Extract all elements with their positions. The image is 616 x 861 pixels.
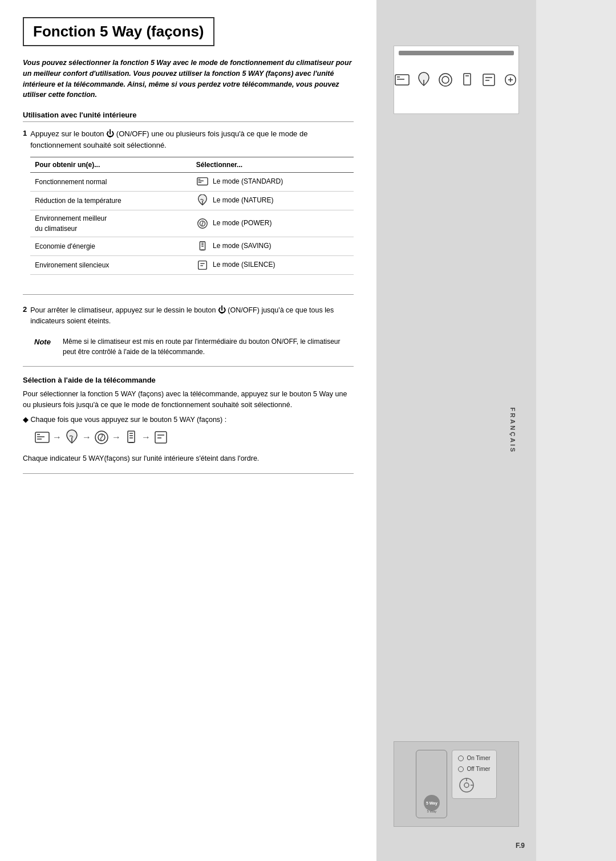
arrow2: → [82, 432, 91, 442]
arrow4: → [141, 432, 151, 442]
mode-action: Environnement meilleurdu climatiseur [30, 210, 191, 237]
on-timer-item: On Timer [458, 755, 490, 761]
sidebar-standard-icon [394, 72, 410, 88]
mode-select: Le mode (NATURE) [192, 191, 354, 210]
divider1 [23, 294, 354, 295]
seq-saving-icon [123, 429, 139, 445]
nature-icon [196, 194, 209, 207]
svg-point-41 [464, 783, 469, 787]
note-text: Même si le climatiseur est mis en route … [63, 336, 354, 357]
step1-row: 1 Appuyez sur le bouton ⏻ (ON/OFF) une o… [23, 128, 354, 285]
sidebar-top-image [394, 46, 519, 114]
on-timer-label: On Timer [467, 755, 490, 761]
sidebar-power-icon [437, 72, 453, 88]
col2-header: Sélectionner... [192, 157, 354, 172]
arrow-text: ◆ Chaque fois que vous appuyez sur le bo… [23, 415, 354, 424]
svg-rect-34 [464, 74, 471, 85]
svg-point-32 [439, 74, 452, 86]
icon-sequence: → → → → [34, 429, 354, 445]
saving-icon [196, 240, 209, 253]
top-bar [399, 51, 514, 55]
table-row: Fonctionnement normal Le mode (STANDARD) [30, 172, 354, 191]
section2-title: Sélection à l'aide de la télécommande [23, 376, 354, 384]
silence-icon [196, 259, 209, 271]
page-title: Fonction 5 Way (façons) [23, 17, 214, 46]
mode-action: Economie d'énergie [30, 237, 191, 255]
svg-rect-11 [198, 261, 206, 269]
off-timer-dot [458, 766, 464, 772]
off-timer-label: Off Timer [467, 766, 490, 772]
sidebar-silence-icon [481, 72, 497, 88]
on-timer-dot [458, 756, 464, 761]
svg-rect-25 [155, 432, 167, 443]
note-row: Note Même si le climatiseur est mis en r… [34, 336, 354, 357]
divider2 [23, 366, 354, 367]
mode-action: Environement silencieux [30, 255, 191, 274]
sidebar-bottom-image: 5 Way 5 Way On Timer Off Timer [394, 741, 519, 827]
mode-select: Le mode (POWER) [192, 210, 354, 237]
step1-text: Appuyez sur le bouton ⏻ (ON/OFF) une ou … [30, 129, 307, 149]
step2-row: 2 Pour arrêter le climatiseur, appuyez s… [23, 304, 354, 331]
mode-select: Le mode (SAVING) [192, 237, 354, 255]
step2-number: 2 [23, 304, 27, 331]
table-row: Environement silencieux Le mode (SILENCE… [30, 255, 354, 274]
arrow3: → [112, 432, 121, 442]
svg-rect-21 [128, 431, 135, 442]
mode-select: Le mode (STANDARD) [192, 172, 354, 191]
sidebar-saving-icon [459, 72, 475, 88]
right-sidebar: FRANÇAIS 5 Way 5 Way On Timer Off Timer [376, 0, 536, 861]
main-content: Fonction 5 Way (façons) Vous pouvez séle… [0, 0, 376, 861]
sidebar-nature-icon [416, 72, 432, 88]
sidebar-icons-row [394, 72, 518, 88]
intro-text: Vous pouvez sélectionner la fonction 5 W… [23, 58, 354, 100]
telecommande-text: Pour sélectionner la fonction 5 WAY (faç… [23, 389, 354, 411]
arrow1: → [52, 432, 62, 442]
power-icon [196, 217, 209, 230]
final-text: Chaque indicateur 5 WAY(façons) sur l'un… [23, 453, 354, 464]
mode-action: Réduction de la température [30, 191, 191, 210]
seq-standard-icon [34, 429, 50, 445]
col1-header: Pour obtenir un(e)... [30, 157, 191, 172]
page-number: F.9 [516, 842, 525, 850]
svg-rect-14 [35, 432, 49, 442]
step1-content: Appuyez sur le bouton ⏻ (ON/OFF) une ou … [30, 128, 354, 285]
divider3 [23, 473, 354, 474]
dial-icon [458, 777, 475, 794]
svg-rect-28 [395, 75, 409, 85]
svg-rect-36 [483, 74, 495, 86]
section1-title: Utilisation avec l'unité intérieure [23, 111, 354, 122]
seq-power-icon [94, 429, 110, 445]
svg-rect-0 [197, 177, 208, 185]
seq-silence-icon [153, 429, 169, 445]
five-way-btn[interactable]: 5 Way [426, 801, 437, 805]
sidebar-extra-icon [502, 72, 518, 88]
note-label: Note [34, 336, 57, 357]
mode-table: Pour obtenir un(e)... Sélectionner... Fo… [30, 157, 354, 275]
step1-number: 1 [23, 128, 27, 285]
off-timer-item: Off Timer [458, 766, 490, 772]
standard-icon [196, 176, 209, 188]
svg-point-33 [442, 76, 449, 83]
seq-nature-icon [64, 429, 80, 445]
francais-label: FRANÇAIS [510, 408, 517, 454]
step2-text: Pour arrêter le climatiseur, appuyez sur… [30, 304, 354, 327]
table-row: Economie d'énergie Le mode (SAVING) [30, 237, 354, 255]
table-row: Réduction de la température Le mode (NAT… [30, 191, 354, 210]
mode-select: Le mode (SILENCE) [192, 255, 354, 274]
table-row: Environnement meilleurdu climatiseur Le … [30, 210, 354, 237]
mode-action: Fonctionnement normal [30, 172, 191, 191]
